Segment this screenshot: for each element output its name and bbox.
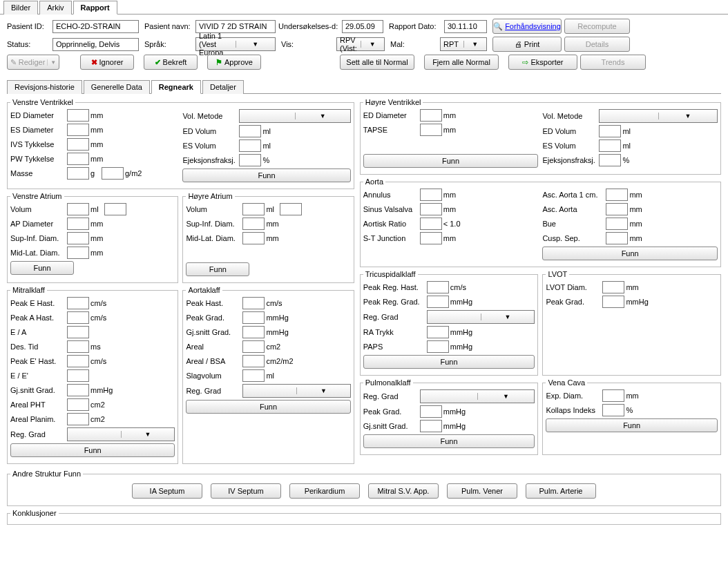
mitral-sv-button[interactable]: Mitral S.V. App. xyxy=(368,483,439,499)
ef-input[interactable] xyxy=(239,154,261,166)
iv-septum-button[interactable]: IV Septum xyxy=(211,483,281,499)
tab-arkiv[interactable]: Arkiv xyxy=(39,1,71,15)
ak-funn-button[interactable]: Funn xyxy=(186,400,350,414)
subtab-regneark[interactable]: Regneark xyxy=(151,80,201,94)
hv-es-vol-input[interactable] xyxy=(599,139,621,152)
tapse-input[interactable] xyxy=(420,124,442,136)
ivs-input[interactable] xyxy=(67,138,89,151)
pk-gj-grad-input[interactable] xyxy=(420,420,442,432)
tk-peak-reg-hast-input[interactable] xyxy=(427,281,449,293)
pk-peak-grad-input[interactable] xyxy=(420,405,442,418)
ak-areal-input[interactable] xyxy=(242,340,265,353)
hv-ef-input[interactable] xyxy=(599,154,621,166)
gj-grad-input[interactable] xyxy=(67,384,89,396)
ak-peak-hast-input[interactable] xyxy=(242,297,265,309)
bekreft-button[interactable]: ✔Bekreft xyxy=(144,55,198,70)
recompute-button[interactable]: Recompute xyxy=(564,19,630,34)
hv-funn-button[interactable]: Funn xyxy=(363,154,539,168)
pk-reg-grad-dropdown[interactable]: ▼ xyxy=(420,389,535,403)
vis-dropdown[interactable]: RPV (Vist:▼ xyxy=(336,37,385,51)
peak-e-input[interactable] xyxy=(67,297,89,309)
va-volum-input[interactable] xyxy=(67,203,89,215)
sprak-dropdown[interactable]: Latin 1 (Vest Europa▼ xyxy=(195,37,276,51)
pw-input[interactable] xyxy=(67,153,89,165)
ha-volum-input[interactable] xyxy=(242,203,265,215)
lvot-diam-input[interactable] xyxy=(602,281,624,293)
status-field[interactable] xyxy=(52,38,139,51)
tab-bilder[interactable]: Bilder xyxy=(3,1,38,15)
masse-bsa-input[interactable] xyxy=(102,167,124,180)
ia-septum-button[interactable]: IA Septum xyxy=(132,483,202,499)
bue-input[interactable] xyxy=(606,218,628,230)
annulus-input[interactable] xyxy=(420,189,442,201)
ea-input[interactable] xyxy=(67,326,89,338)
ak-peak-grad-input[interactable] xyxy=(242,311,265,324)
details-button[interactable]: Details xyxy=(564,37,630,52)
kollaps-input[interactable] xyxy=(602,404,624,416)
ak-reg-grad-dropdown[interactable]: ▼ xyxy=(242,384,350,398)
lvot-peak-grad-input[interactable] xyxy=(602,296,624,308)
cusp-input[interactable] xyxy=(606,232,628,244)
va-sup-input[interactable] xyxy=(67,232,89,244)
perikardium-button[interactable]: Perikardium xyxy=(289,483,360,499)
approve-button[interactable]: ⚑Approve xyxy=(207,55,261,70)
ha-mid-input[interactable] xyxy=(242,232,265,244)
eep-input[interactable] xyxy=(67,369,89,382)
mal-dropdown[interactable]: RPT▼ xyxy=(440,37,487,51)
masse-input[interactable] xyxy=(67,167,89,180)
exp-diam-input[interactable] xyxy=(602,389,624,402)
ed-dia-input[interactable] xyxy=(67,109,89,122)
tk-funn-button[interactable]: Funn xyxy=(363,355,535,369)
ed-vol-input[interactable] xyxy=(239,125,261,137)
es-dia-input[interactable] xyxy=(67,124,89,136)
areal-pht-input[interactable] xyxy=(67,398,89,411)
subtab-revisjons[interactable]: Revisjons-historie xyxy=(7,80,82,94)
mk-funn-button[interactable]: Funn xyxy=(10,443,175,457)
unders-field[interactable] xyxy=(342,20,383,33)
va-volum2-input[interactable] xyxy=(104,203,126,215)
ha-volum2-input[interactable] xyxy=(280,203,302,215)
aorta-funn-button[interactable]: Funn xyxy=(542,247,718,260)
asc-input[interactable] xyxy=(606,203,628,215)
es-vol-input[interactable] xyxy=(239,139,261,152)
ak-slagvol-input[interactable] xyxy=(242,369,265,382)
peak-ep-input[interactable] xyxy=(67,355,89,367)
tk-reg-grad-dropdown[interactable]: ▼ xyxy=(427,310,535,324)
sett-normal-button[interactable]: Sett alle til Normal xyxy=(340,55,414,70)
paps-input[interactable] xyxy=(427,340,449,353)
st-junc-input[interactable] xyxy=(420,232,442,244)
tab-rapport[interactable]: Rapport xyxy=(73,1,117,15)
eksporter-button[interactable]: ⇨Eksporter xyxy=(508,55,577,70)
va-funn-button[interactable]: Funn xyxy=(10,261,74,275)
ak-areal-bsa-input[interactable] xyxy=(242,355,265,367)
fjern-normal-button[interactable]: Fjern alle Normal xyxy=(424,55,499,70)
va-ap-input[interactable] xyxy=(67,218,89,230)
areal-plan-input[interactable] xyxy=(67,413,89,425)
trends-button[interactable]: Trends xyxy=(580,55,646,70)
pulm-arterie-button[interactable]: Pulm. Arterie xyxy=(526,483,596,499)
peak-a-input[interactable] xyxy=(67,311,89,324)
mk-reg-grad-dropdown[interactable]: ▼ xyxy=(67,427,175,441)
aort-ratio-input[interactable] xyxy=(420,218,442,230)
rediger-button[interactable]: ✎Rediger▼ xyxy=(7,55,59,70)
hv-ed-dia-input[interactable] xyxy=(420,109,442,122)
va-mid-input[interactable] xyxy=(67,247,89,259)
forhandsvisning-button[interactable]: 🔍Forhåndsvisning xyxy=(492,19,562,34)
vv-funn-button[interactable]: Funn xyxy=(182,168,350,182)
vc-funn-button[interactable]: Funn xyxy=(546,418,718,432)
print-button[interactable]: 🖨Print xyxy=(492,37,562,52)
rapport-dato-field[interactable] xyxy=(444,20,487,33)
ra-trykk-input[interactable] xyxy=(427,326,449,338)
ak-gj-grad-input[interactable] xyxy=(242,326,265,338)
pk-funn-button[interactable]: Funn xyxy=(363,434,535,448)
hv-vol-met-dropdown[interactable]: ▼ xyxy=(599,109,718,123)
subtab-detaljer[interactable]: Detaljer xyxy=(202,80,244,94)
vol-met-dropdown[interactable]: ▼ xyxy=(239,109,350,123)
subtab-generelle[interactable]: Generelle Data xyxy=(84,80,150,94)
ha-funn-button[interactable]: Funn xyxy=(186,262,249,276)
sinus-input[interactable] xyxy=(420,203,442,215)
pulm-vener-button[interactable]: Pulm. Vener xyxy=(447,483,517,499)
ignorer-button[interactable]: ✖Ignorer xyxy=(80,55,134,70)
tk-peak-reg-grad-input[interactable] xyxy=(427,296,449,308)
ha-sup-input[interactable] xyxy=(242,218,265,230)
